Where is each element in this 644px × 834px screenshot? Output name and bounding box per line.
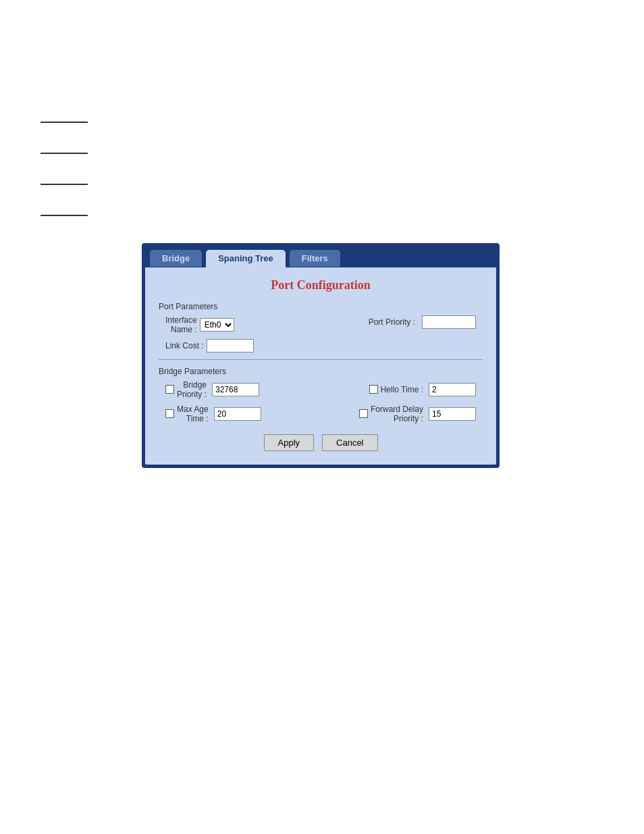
bridge-priority-row: BridgePriority : bbox=[165, 380, 259, 399]
hello-time-row: Hello Time : bbox=[369, 383, 476, 396]
port-priority-row: Port Priority : bbox=[369, 315, 476, 329]
port-priority-input[interactable] bbox=[422, 315, 476, 329]
forward-delay-checkbox[interactable] bbox=[359, 409, 368, 418]
max-age-row: Max AgeTime : bbox=[165, 405, 261, 423]
tab-filters[interactable]: Filters bbox=[289, 249, 341, 267]
sidebar-line-1 bbox=[41, 122, 88, 123]
interface-select[interactable]: Eth0 Eth1 Eth2 bbox=[200, 318, 234, 332]
port-parameters-section: Port Parameters InterfaceName : Eth0 Eth… bbox=[159, 302, 483, 353]
link-cost-label: Link Cost : bbox=[165, 341, 207, 350]
tab-bridge[interactable]: Bridge bbox=[149, 249, 203, 267]
sidebar-line-4 bbox=[41, 215, 88, 216]
bridge-parameters-label: Bridge Parameters bbox=[159, 367, 483, 376]
port-parameters-label: Port Parameters bbox=[159, 302, 483, 311]
forward-delay-row: Forward DelayPriority : bbox=[359, 405, 476, 423]
tab-bar: Bridge Spaning Tree Filters bbox=[145, 246, 496, 267]
bridge-parameters-section: Bridge Parameters BridgePriority : Hello… bbox=[159, 367, 483, 423]
link-cost-input[interactable] bbox=[207, 339, 254, 353]
bridge-priority-label: BridgePriority : bbox=[177, 380, 209, 399]
button-area: Apply Cancel bbox=[159, 434, 483, 451]
max-age-checkbox[interactable] bbox=[165, 409, 174, 418]
bridge-priority-input[interactable] bbox=[212, 383, 259, 396]
content-area: Port Configuration Port Parameters Inter… bbox=[145, 267, 496, 465]
interface-select-wrapper: Eth0 Eth1 Eth2 bbox=[200, 318, 234, 332]
max-age-label: Max AgeTime : bbox=[177, 405, 211, 423]
port-priority-label: Port Priority : bbox=[369, 317, 418, 327]
max-age-input[interactable] bbox=[214, 407, 261, 421]
hello-time-label: Hello Time : bbox=[381, 385, 426, 394]
apply-button[interactable]: Apply bbox=[264, 434, 315, 451]
forward-delay-input[interactable] bbox=[429, 407, 476, 421]
bridge-priority-checkbox[interactable] bbox=[165, 385, 174, 394]
hello-time-checkbox[interactable] bbox=[369, 385, 378, 394]
main-container: Bridge Spaning Tree Filters Port Configu… bbox=[142, 243, 500, 468]
page-title: Port Configuration bbox=[159, 278, 483, 292]
cancel-button[interactable]: Cancel bbox=[322, 434, 377, 451]
interface-name-label: InterfaceName : bbox=[165, 315, 200, 335]
sidebar-line-3 bbox=[41, 184, 88, 185]
sidebar-lines bbox=[41, 122, 88, 216]
panel: Bridge Spaning Tree Filters Port Configu… bbox=[142, 243, 500, 468]
sidebar-line-2 bbox=[41, 153, 88, 154]
hello-time-input[interactable] bbox=[429, 383, 476, 396]
interface-name-row: InterfaceName : Eth0 Eth1 Eth2 bbox=[165, 315, 254, 335]
tab-spanning-tree[interactable]: Spaning Tree bbox=[205, 249, 286, 267]
link-cost-row: Link Cost : bbox=[165, 339, 254, 353]
section-divider bbox=[159, 359, 483, 360]
forward-delay-label: Forward DelayPriority : bbox=[371, 405, 426, 423]
